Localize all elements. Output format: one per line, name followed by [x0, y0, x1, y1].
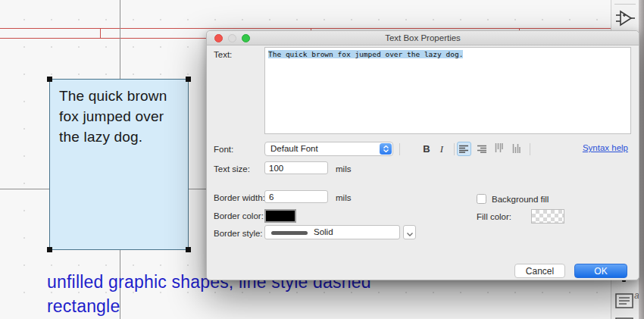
separator	[454, 143, 455, 155]
selection-handle-ne[interactable]	[186, 77, 191, 82]
selection-handle-se[interactable]	[186, 247, 191, 252]
border-style-value: Solid	[314, 227, 333, 236]
cancel-button[interactable]: Cancel	[514, 264, 565, 278]
close-button[interactable]	[214, 34, 223, 42]
solid-line-icon	[271, 231, 308, 235]
valign-bottom-icon	[512, 142, 521, 156]
border-width-unit: mils	[336, 193, 351, 202]
text-size-unit: mils	[336, 164, 351, 174]
bold-button[interactable]: B	[420, 142, 433, 156]
selection-handle-sw[interactable]	[47, 247, 52, 252]
syntax-help-link[interactable]: Syntax help	[583, 143, 628, 152]
background-fill-checkbox[interactable]	[477, 194, 486, 204]
fill-color-label: Fill color:	[477, 212, 511, 221]
selected-text: The quick brown fox jumped over the lazy…	[268, 50, 463, 58]
border-style-select[interactable]: Solid	[264, 225, 400, 239]
border-style-label: Border style:	[214, 229, 263, 238]
chevron-down-icon	[407, 226, 413, 239]
align-right-icon	[477, 142, 486, 156]
valign-top-button[interactable]	[492, 142, 506, 156]
background-fill-label: Background fill	[492, 195, 549, 204]
valign-bottom-button[interactable]	[509, 142, 524, 156]
valign-top-icon	[495, 142, 503, 156]
border-width-input[interactable]: 6	[264, 190, 328, 203]
ok-button[interactable]: OK	[574, 264, 627, 278]
dialog-title: Text Box Properties	[207, 31, 639, 45]
canvas-textbox-text: The quick brown fox jumped over the lazy…	[59, 86, 167, 147]
rectangle-icon	[614, 314, 634, 319]
zoom-button[interactable]	[242, 34, 250, 42]
separator	[399, 143, 400, 155]
align-left-icon	[459, 142, 469, 156]
red-wire-vertical[interactable]	[100, 28, 101, 39]
border-color-swatch[interactable]	[264, 209, 296, 223]
app-window: The quick brown fox jumped over the lazy…	[0, 0, 644, 319]
window-edge	[639, 0, 644, 319]
text-size-input[interactable]: 100	[264, 161, 328, 174]
opamp-icon	[614, 18, 636, 31]
textbox-icon	[614, 299, 634, 312]
align-right-button[interactable]	[474, 142, 489, 156]
minimize-button	[228, 34, 236, 42]
stepper-icon	[380, 143, 392, 155]
font-label: Font:	[214, 145, 233, 154]
text-input[interactable]: The quick brown fox jumped over the lazy…	[264, 47, 631, 134]
border-color-label: Border color:	[214, 211, 264, 220]
italic-button[interactable]: I	[437, 142, 446, 156]
fill-color-swatch[interactable]	[531, 209, 564, 224]
canvas-caption-line2: rectangle	[47, 294, 120, 318]
draw-textbox-button[interactable]	[614, 292, 634, 313]
canvas-textbox[interactable]: The quick brown fox jumped over the lazy…	[49, 79, 189, 250]
font-select[interactable]: Default Font	[264, 142, 393, 156]
selection-handle-nw[interactable]	[47, 77, 52, 82]
place-symbol-button[interactable]	[614, 8, 636, 32]
text-box-properties-dialog: Text Box Properties Text: The quick brow…	[206, 30, 639, 280]
dialog-titlebar[interactable]: Text Box Properties	[207, 31, 639, 45]
align-left-button[interactable]	[457, 142, 471, 156]
border-width-label: Border width:	[214, 193, 265, 202]
text-label: Text:	[214, 50, 232, 59]
toolbar-divider	[614, 4, 636, 5]
separator	[530, 143, 530, 155]
text-size-label: Text size:	[214, 164, 250, 174]
font-select-value: Default Font	[270, 144, 318, 153]
draw-shape-button[interactable]	[614, 314, 634, 319]
border-style-dropdown-button[interactable]	[403, 225, 416, 239]
